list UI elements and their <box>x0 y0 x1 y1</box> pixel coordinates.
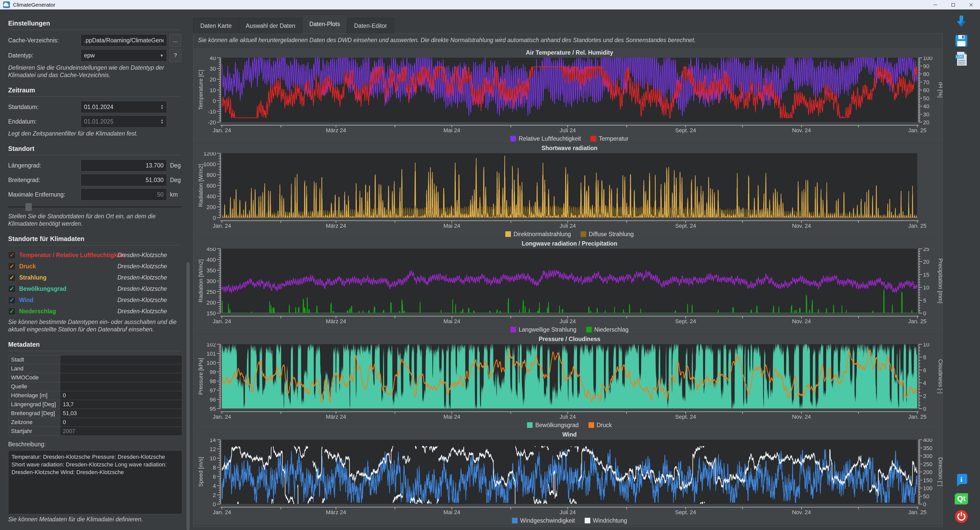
metadata-key: Breitengrad [Deg] <box>8 409 60 418</box>
tab-daten-plots[interactable]: Daten-Plots <box>302 14 347 33</box>
standort-field-label: Längengrad: <box>8 162 81 169</box>
standort-field-label: Breitengrad: <box>8 177 81 183</box>
metadata-value[interactable]: 0 <box>60 391 182 400</box>
legend-swatch-icon <box>527 422 533 428</box>
info-icon[interactable]: i <box>955 473 968 487</box>
metadata-key: Stadt <box>8 355 60 364</box>
datentyp-label: Datentyp: <box>8 52 81 59</box>
chart-canvas-shortwave-radiation[interactable] <box>193 152 942 230</box>
divider <box>8 351 181 351</box>
max-distance-slider[interactable] <box>8 203 181 211</box>
section-standorte-klimadaten: Standorte für Klimadaten ✓Temperatur / R… <box>8 235 181 333</box>
legend-label: Windgeschwindigkeit <box>520 517 575 524</box>
startdatum-input[interactable]: 01.01.2024 ▲▼ <box>81 101 167 113</box>
metadata-value[interactable] <box>60 373 182 382</box>
datatype-checkbox[interactable]: ✓ <box>8 274 16 281</box>
log-file-icon[interactable]: LOG <box>955 52 968 66</box>
datatype-checkbox[interactable]: ✓ <box>8 263 16 270</box>
enddatum-label: Enddatum: <box>8 118 81 125</box>
table-row: Startjahr2007 <box>8 427 182 436</box>
zeitraum-note: Legt den Zeitspannenfilter für die Klima… <box>8 130 181 137</box>
help-button[interactable]: ? <box>169 49 181 62</box>
datatype-checkbox[interactable]: ✓ <box>8 251 16 259</box>
cache-dir-input[interactable]: .ppData/Roaming/ClimateGenerator <box>81 34 167 46</box>
legend-swatch-icon <box>590 136 596 142</box>
power-icon[interactable] <box>955 509 968 524</box>
datentyp-select[interactable]: epw ▼ <box>81 49 167 62</box>
close-button[interactable] <box>962 0 980 10</box>
legend-item: Druck <box>589 422 612 429</box>
chart-title: Air Temperature / Rel. Humidity <box>222 48 917 57</box>
standort-note: Stellen Sie die Standortdaten für den Or… <box>8 213 181 228</box>
spinner-arrows-icon[interactable]: ▲▼ <box>161 119 164 124</box>
tab-auswahl-der-daten[interactable]: Auswahl der Daten <box>239 18 302 33</box>
legend-swatch-icon <box>505 231 511 237</box>
metadata-value[interactable]: 13,7 <box>60 400 182 409</box>
metadata-value[interactable]: 51,03 <box>60 409 182 418</box>
metadata-value[interactable]: 0 <box>60 418 182 427</box>
table-row: Breitengrad [Deg]51,03 <box>8 409 182 418</box>
legend-item: Relative Luftfeuchtigkeit <box>511 135 581 142</box>
svg-text:i: i <box>960 475 963 483</box>
spinner-arrows-icon[interactable]: ▲▼ <box>161 104 164 110</box>
beschreibung-textarea[interactable]: Temperatur: Dresden-Klotzsche Pressure: … <box>8 450 182 514</box>
download-icon[interactable] <box>955 14 968 28</box>
chart-canvas-longwave-radiation-precipitation[interactable] <box>193 248 942 325</box>
qt-icon[interactable]: Qt <box>955 492 968 506</box>
metadata-key: Höhenlage [m] <box>8 391 60 400</box>
tab-daten-karte[interactable]: Daten Karte <box>193 18 239 33</box>
metadata-value[interactable] <box>60 364 182 373</box>
browse-button[interactable]: ... <box>169 34 181 47</box>
datatype-row: ✓BewölkungsgradDresden-Klotzsche <box>8 283 181 294</box>
standort-field-input[interactable]: 50 <box>81 188 167 201</box>
maximize-button[interactable] <box>944 0 962 10</box>
metadaten-note: Sie können Metadaten für die Klimadatei … <box>8 516 181 523</box>
charts-container: Air Temperature / Rel. HumidityRelative … <box>193 48 942 525</box>
legend-label: Bewölkungsgrad <box>535 422 579 429</box>
table-row: WMOCode <box>8 373 182 382</box>
chart-canvas-wind[interactable] <box>193 439 942 516</box>
datatype-label: Temperatur / Relative Luftfeuchtigkeit <box>19 252 124 259</box>
legend-swatch-icon <box>586 327 592 333</box>
svg-text:Qt: Qt <box>957 494 966 503</box>
chart-title: Shortwave radiation <box>222 143 917 152</box>
datatype-checkbox[interactable]: ✓ <box>8 296 16 304</box>
legend-item: Temperatur <box>590 135 628 142</box>
table-row: Zeitzone0 <box>8 418 182 427</box>
enddatum-input[interactable]: 01.01.2025 ▲▼ <box>81 115 167 128</box>
datatype-checkbox[interactable]: ✓ <box>8 285 16 293</box>
metadata-value[interactable]: 2007 <box>60 427 182 436</box>
station-name: Dresden-Klotzsche <box>118 252 167 259</box>
metadata-value[interactable] <box>60 382 182 391</box>
datatype-checkbox[interactable]: ✓ <box>8 308 16 315</box>
standort-field-input[interactable]: 51.030 <box>81 174 167 186</box>
legend-swatch-icon <box>511 136 516 142</box>
chart-legend: Relative LuftfeuchtigkeitTemperatur <box>222 134 917 143</box>
table-row: Längengrad [Deg]13,7 <box>8 400 182 409</box>
legend-label: Niederschlag <box>594 326 628 333</box>
table-row: Land <box>8 364 182 373</box>
chart-title: Longwave radiation / Precipitation <box>222 239 917 248</box>
svg-text:LOG: LOG <box>956 55 963 59</box>
legend-label: Druck <box>597 422 612 429</box>
standort-field-input[interactable]: 13.700 <box>81 159 167 172</box>
legend-swatch-icon <box>512 518 517 524</box>
chevron-down-icon: ▼ <box>160 53 164 58</box>
datatype-label: Bewölkungsgrad <box>19 285 66 292</box>
sidebar-scrollbar[interactable] <box>186 262 189 530</box>
tab-daten-editor[interactable]: Daten-Editor <box>347 18 394 33</box>
save-icon[interactable] <box>955 34 968 48</box>
slider-track[interactable] <box>8 206 181 208</box>
legend-swatch-icon <box>581 231 586 237</box>
section-title-einstellungen: Einstellungen <box>8 20 181 27</box>
metadata-value[interactable] <box>60 355 182 364</box>
minimize-button[interactable] <box>926 0 944 10</box>
slider-thumb[interactable] <box>25 203 32 211</box>
daten-plots-panel: Sie können alle aktuell heruntergeladene… <box>193 33 943 527</box>
metadata-key: WMOCode <box>8 373 60 382</box>
metadata-key: Land <box>8 364 60 373</box>
chart-canvas-pressure-cloudiness[interactable] <box>193 343 942 421</box>
chart-canvas-air-temperature-rel-humidity[interactable] <box>193 57 942 134</box>
metadata-key: Zeitzone <box>8 418 60 427</box>
divider <box>8 30 181 30</box>
